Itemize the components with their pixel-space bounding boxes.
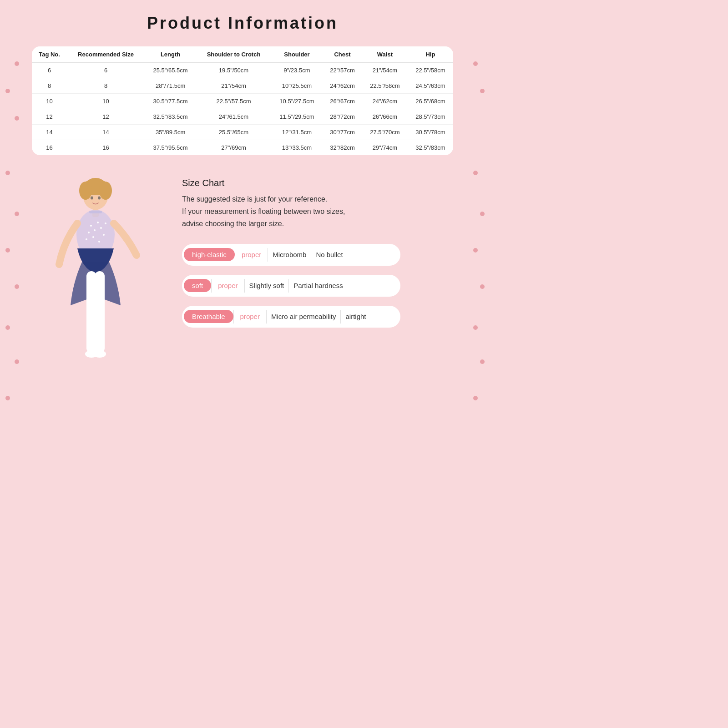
info-area: Size Chart The suggested size is just fo… (168, 169, 462, 328)
table-cell: 13"/33.5cm (271, 140, 323, 156)
table-cell: 27.5"/70cm (362, 125, 408, 140)
table-row: 8828"/71.5cm21"/54cm10"/25.5cm24"/62cm22… (32, 78, 453, 94)
feature-active-label-1: soft (184, 279, 211, 292)
decorative-dot (473, 325, 478, 330)
table-row: 121232.5"/83.5cm24"/61.5cm11.5"/29.5cm28… (32, 109, 453, 125)
table-cell: 28"/72cm (323, 109, 362, 125)
table-cell: 24.5"/63cm (408, 78, 453, 94)
bottom-section: Size Chart The suggested size is just fo… (23, 169, 462, 405)
feature-proper-label-0: proper (235, 248, 268, 261)
table-cell: 8 (32, 78, 67, 94)
page-title: Product Information (23, 14, 462, 33)
svg-point-14 (94, 229, 96, 231)
table-cell: 26"/67cm (323, 94, 362, 109)
table-header-cell: Shoulder (271, 46, 323, 63)
table-cell: 32.5"/83.5cm (145, 109, 196, 125)
table-cell: 24"/62cm (362, 94, 408, 109)
table-cell: 12 (67, 109, 145, 125)
feature-end-label-2: airtight (341, 310, 370, 323)
table-cell: 6 (32, 63, 67, 78)
table-cell: 35"/89.5cm (145, 125, 196, 140)
table-header-cell: Chest (323, 46, 362, 63)
svg-point-13 (97, 222, 99, 223)
table-cell: 14 (32, 125, 67, 140)
table-header-cell: Hip (408, 46, 453, 63)
decorative-dot (15, 359, 19, 364)
table-cell: 16 (32, 140, 67, 156)
table-cell: 24"/62cm (323, 78, 362, 94)
feature-active-label-2: Breathable (184, 310, 233, 323)
decorative-dot (15, 61, 19, 66)
decorative-dot (473, 396, 478, 400)
svg-point-15 (100, 227, 102, 229)
svg-point-22 (91, 197, 93, 200)
table-row: 6625.5"/65.5cm19.5"/50cm9"/23.5cm22"/57c… (32, 63, 453, 78)
feature-mid-label-0: Microbomb (268, 248, 311, 261)
table-cell: 10 (32, 94, 67, 109)
table-row: 161637.5"/95.5cm27"/69cm13"/33.5cm32"/82… (32, 140, 453, 156)
size-table-container: Tag No.Recommended SizeLengthShoulder to… (32, 46, 453, 155)
feature-bar-1: softproperSlightly softPartial hardness (182, 275, 400, 297)
decorative-dot (15, 212, 19, 216)
table-cell: 22.5"/58cm (362, 78, 408, 94)
size-chart-line1: The suggested size is just for your refe… (182, 195, 327, 203)
decorative-dot (15, 284, 19, 289)
decorative-dot (473, 171, 478, 175)
decorative-dot (480, 359, 485, 364)
table-header-cell: Recommended Size (67, 46, 145, 63)
table-cell: 19.5"/50cm (196, 63, 271, 78)
table-header-cell: Shoulder to Crotch (196, 46, 271, 63)
table-cell: 10"/25.5cm (271, 78, 323, 94)
svg-point-11 (93, 350, 106, 358)
size-chart-text: The suggested size is just for your refe… (182, 193, 462, 230)
feature-mid-label-2: Micro air permeability (267, 310, 341, 323)
table-cell: 27"/69cm (196, 140, 271, 156)
table-cell: 21"/54cm (362, 63, 408, 78)
decorative-dot (5, 396, 10, 400)
table-cell: 28.5"/73cm (408, 109, 453, 125)
svg-point-17 (103, 234, 105, 236)
table-cell: 12 (32, 109, 67, 125)
feature-bar-0: high-elasticproperMicrobombNo bullet (182, 244, 400, 266)
table-cell: 30.5"/78cm (408, 125, 453, 140)
feature-proper-label-1: proper (212, 279, 244, 292)
svg-point-21 (105, 222, 106, 224)
svg-point-16 (88, 232, 90, 233)
decorative-dot (480, 212, 485, 216)
table-cell: 11.5"/29.5cm (271, 109, 323, 125)
decorative-dot (473, 248, 478, 253)
table-cell: 9"/23.5cm (271, 63, 323, 78)
decorative-dot (480, 89, 485, 93)
table-cell: 14 (67, 125, 145, 140)
table-cell: 22"/57cm (323, 63, 362, 78)
table-cell: 10.5"/27.5cm (271, 94, 323, 109)
size-chart-line3: advise choosing the larger size. (182, 220, 284, 228)
decorative-dot (473, 61, 478, 66)
decorative-dot (15, 116, 19, 121)
table-cell: 22.5"/58cm (408, 63, 453, 78)
table-cell: 22.5"/57.5cm (196, 94, 271, 109)
table-cell: 8 (67, 78, 145, 94)
size-chart-title: Size Chart (182, 178, 462, 188)
size-table: Tag No.Recommended SizeLengthShoulder to… (32, 46, 453, 155)
table-cell: 26"/66cm (362, 109, 408, 125)
svg-point-18 (92, 236, 94, 238)
table-cell: 25.5"/65.5cm (145, 63, 196, 78)
table-cell: 6 (67, 63, 145, 78)
svg-point-12 (90, 225, 92, 227)
table-row: 141435"/89.5cm25.5"/65cm12"/31.5cm30"/77… (32, 125, 453, 140)
feature-proper-label-2: proper (234, 310, 266, 323)
table-cell: 25.5"/65cm (196, 125, 271, 140)
feature-mid-label-1: Slightly soft (245, 279, 289, 292)
table-cell: 10 (67, 94, 145, 109)
decorative-dot (5, 248, 10, 253)
table-cell: 12"/31.5cm (271, 125, 323, 140)
table-header-cell: Tag No. (32, 46, 67, 63)
page-wrapper: Product Information Tag No.Recommended S… (0, 0, 485, 485)
table-cell: 24"/61.5cm (196, 109, 271, 125)
table-cell: 30"/77cm (323, 125, 362, 140)
table-header-cell: Length (145, 46, 196, 63)
feature-bars: high-elasticproperMicrobombNo bulletsoft… (182, 244, 462, 328)
svg-point-20 (86, 238, 87, 240)
feature-active-label-0: high-elastic (184, 248, 235, 261)
